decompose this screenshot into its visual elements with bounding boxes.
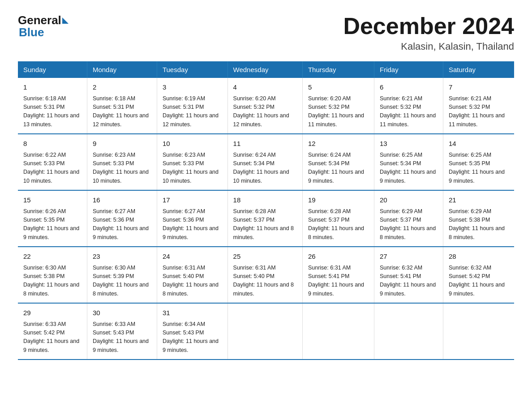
logo: General Blue	[18, 13, 69, 39]
calendar-cell: 13 Sunrise: 6:25 AMSunset: 5:34 PMDaylig…	[374, 134, 443, 190]
calendar-header-row: SundayMondayTuesdayWednesdayThursdayFrid…	[18, 61, 514, 78]
calendar-cell: 12 Sunrise: 6:24 AMSunset: 5:34 PMDaylig…	[302, 134, 374, 190]
calendar-cell	[227, 303, 302, 360]
calendar-cell: 9 Sunrise: 6:23 AMSunset: 5:33 PMDayligh…	[87, 134, 157, 190]
day-info: Sunrise: 6:33 AMSunset: 5:42 PMDaylight:…	[23, 320, 82, 355]
day-number: 18	[233, 195, 297, 206]
day-info: Sunrise: 6:34 AMSunset: 5:43 PMDaylight:…	[163, 320, 222, 355]
day-info: Sunrise: 6:24 AMSunset: 5:34 PMDaylight:…	[233, 151, 297, 186]
day-info: Sunrise: 6:27 AMSunset: 5:36 PMDaylight:…	[93, 207, 151, 242]
day-number: 30	[93, 308, 151, 318]
day-number: 2	[93, 82, 151, 93]
week-row-5: 29 Sunrise: 6:33 AMSunset: 5:42 PMDaylig…	[18, 303, 514, 360]
day-info: Sunrise: 6:26 AMSunset: 5:35 PMDaylight:…	[23, 207, 82, 242]
calendar-cell: 18 Sunrise: 6:28 AMSunset: 5:37 PMDaylig…	[227, 190, 302, 247]
calendar-cell: 22 Sunrise: 6:30 AMSunset: 5:38 PMDaylig…	[18, 247, 87, 303]
day-number: 27	[380, 252, 438, 262]
header-monday: Monday	[87, 61, 157, 78]
day-number: 21	[449, 195, 509, 206]
day-number: 5	[308, 82, 369, 93]
calendar-cell: 17 Sunrise: 6:27 AMSunset: 5:36 PMDaylig…	[157, 190, 227, 247]
calendar-cell: 16 Sunrise: 6:27 AMSunset: 5:36 PMDaylig…	[87, 190, 157, 247]
day-info: Sunrise: 6:27 AMSunset: 5:36 PMDaylight:…	[163, 207, 222, 242]
day-info: Sunrise: 6:32 AMSunset: 5:41 PMDaylight:…	[380, 264, 438, 299]
day-info: Sunrise: 6:31 AMSunset: 5:40 PMDaylight:…	[163, 264, 222, 299]
day-number: 10	[163, 139, 222, 149]
header-tuesday: Tuesday	[157, 61, 227, 78]
day-number: 3	[163, 82, 222, 93]
day-info: Sunrise: 6:28 AMSunset: 5:37 PMDaylight:…	[308, 207, 369, 242]
day-info: Sunrise: 6:25 AMSunset: 5:34 PMDaylight:…	[380, 151, 438, 186]
calendar-cell: 11 Sunrise: 6:24 AMSunset: 5:34 PMDaylig…	[227, 134, 302, 190]
day-info: Sunrise: 6:23 AMSunset: 5:33 PMDaylight:…	[163, 151, 222, 186]
day-info: Sunrise: 6:32 AMSunset: 5:42 PMDaylight:…	[449, 264, 509, 299]
calendar-cell: 14 Sunrise: 6:25 AMSunset: 5:35 PMDaylig…	[443, 134, 514, 190]
day-info: Sunrise: 6:30 AMSunset: 5:39 PMDaylight:…	[93, 264, 151, 299]
day-number: 16	[93, 195, 151, 206]
calendar-cell: 5 Sunrise: 6:20 AMSunset: 5:32 PMDayligh…	[302, 78, 374, 134]
day-number: 6	[380, 82, 438, 93]
month-title: December 2024	[343, 13, 514, 39]
day-info: Sunrise: 6:21 AMSunset: 5:32 PMDaylight:…	[380, 94, 438, 129]
day-info: Sunrise: 6:31 AMSunset: 5:41 PMDaylight:…	[308, 264, 369, 299]
week-row-1: 1 Sunrise: 6:18 AMSunset: 5:31 PMDayligh…	[18, 78, 514, 134]
week-row-3: 15 Sunrise: 6:26 AMSunset: 5:35 PMDaylig…	[18, 190, 514, 247]
day-info: Sunrise: 6:29 AMSunset: 5:37 PMDaylight:…	[380, 207, 438, 242]
logo-arrow-icon	[62, 17, 69, 24]
day-info: Sunrise: 6:18 AMSunset: 5:31 PMDaylight:…	[93, 94, 151, 129]
calendar-cell: 19 Sunrise: 6:28 AMSunset: 5:37 PMDaylig…	[302, 190, 374, 247]
day-number: 1	[23, 82, 82, 93]
calendar-table: SundayMondayTuesdayWednesdayThursdayFrid…	[18, 61, 514, 360]
day-number: 20	[380, 195, 438, 206]
header-thursday: Thursday	[302, 61, 374, 78]
day-info: Sunrise: 6:23 AMSunset: 5:33 PMDaylight:…	[93, 151, 151, 186]
day-info: Sunrise: 6:19 AMSunset: 5:31 PMDaylight:…	[163, 94, 222, 129]
day-number: 12	[308, 139, 369, 149]
calendar-cell: 20 Sunrise: 6:29 AMSunset: 5:37 PMDaylig…	[374, 190, 443, 247]
day-number: 11	[233, 139, 297, 149]
day-number: 14	[449, 139, 509, 149]
day-info: Sunrise: 6:29 AMSunset: 5:38 PMDaylight:…	[449, 207, 509, 242]
calendar-cell: 25 Sunrise: 6:31 AMSunset: 5:40 PMDaylig…	[227, 247, 302, 303]
day-info: Sunrise: 6:20 AMSunset: 5:32 PMDaylight:…	[308, 94, 369, 129]
calendar-cell: 31 Sunrise: 6:34 AMSunset: 5:43 PMDaylig…	[157, 303, 227, 360]
calendar-cell: 3 Sunrise: 6:19 AMSunset: 5:31 PMDayligh…	[157, 78, 227, 134]
calendar-cell: 6 Sunrise: 6:21 AMSunset: 5:32 PMDayligh…	[374, 78, 443, 134]
day-number: 19	[308, 195, 369, 206]
day-number: 24	[163, 252, 222, 262]
calendar-cell: 30 Sunrise: 6:33 AMSunset: 5:43 PMDaylig…	[87, 303, 157, 360]
calendar-cell: 28 Sunrise: 6:32 AMSunset: 5:42 PMDaylig…	[443, 247, 514, 303]
header-friday: Friday	[374, 61, 443, 78]
day-info: Sunrise: 6:33 AMSunset: 5:43 PMDaylight:…	[93, 320, 151, 355]
day-info: Sunrise: 6:20 AMSunset: 5:32 PMDaylight:…	[233, 94, 297, 129]
day-number: 4	[233, 82, 297, 93]
day-number: 7	[449, 82, 509, 93]
calendar-cell: 7 Sunrise: 6:21 AMSunset: 5:32 PMDayligh…	[443, 78, 514, 134]
logo-blue-text: Blue	[19, 26, 44, 39]
day-number: 9	[93, 139, 151, 149]
header-saturday: Saturday	[443, 61, 514, 78]
day-number: 25	[233, 252, 297, 262]
day-number: 31	[163, 308, 222, 318]
calendar-cell: 21 Sunrise: 6:29 AMSunset: 5:38 PMDaylig…	[443, 190, 514, 247]
calendar-cell: 15 Sunrise: 6:26 AMSunset: 5:35 PMDaylig…	[18, 190, 87, 247]
calendar-cell: 2 Sunrise: 6:18 AMSunset: 5:31 PMDayligh…	[87, 78, 157, 134]
location-title: Kalasin, Kalasin, Thailand	[343, 41, 514, 52]
day-info: Sunrise: 6:22 AMSunset: 5:33 PMDaylight:…	[23, 151, 82, 186]
calendar-cell	[443, 303, 514, 360]
calendar-cell: 1 Sunrise: 6:18 AMSunset: 5:31 PMDayligh…	[18, 78, 87, 134]
day-info: Sunrise: 6:21 AMSunset: 5:32 PMDaylight:…	[449, 94, 509, 129]
calendar-cell: 24 Sunrise: 6:31 AMSunset: 5:40 PMDaylig…	[157, 247, 227, 303]
day-info: Sunrise: 6:25 AMSunset: 5:35 PMDaylight:…	[449, 151, 509, 186]
day-number: 15	[23, 195, 82, 206]
calendar-cell: 8 Sunrise: 6:22 AMSunset: 5:33 PMDayligh…	[18, 134, 87, 190]
week-row-2: 8 Sunrise: 6:22 AMSunset: 5:33 PMDayligh…	[18, 134, 514, 190]
calendar-cell: 29 Sunrise: 6:33 AMSunset: 5:42 PMDaylig…	[18, 303, 87, 360]
calendar-cell: 10 Sunrise: 6:23 AMSunset: 5:33 PMDaylig…	[157, 134, 227, 190]
day-info: Sunrise: 6:18 AMSunset: 5:31 PMDaylight:…	[23, 94, 82, 129]
day-number: 22	[23, 252, 82, 262]
week-row-4: 22 Sunrise: 6:30 AMSunset: 5:38 PMDaylig…	[18, 247, 514, 303]
day-info: Sunrise: 6:24 AMSunset: 5:34 PMDaylight:…	[308, 151, 369, 186]
title-block: December 2024 Kalasin, Kalasin, Thailand	[343, 13, 514, 52]
day-number: 17	[163, 195, 222, 206]
